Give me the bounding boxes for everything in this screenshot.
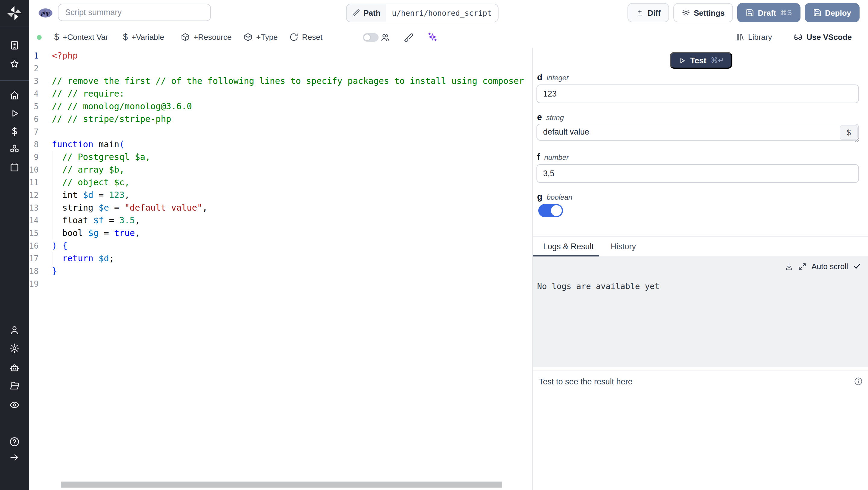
code-line[interactable]	[52, 125, 525, 138]
add-context-var-button[interactable]: $ +Context Var	[54, 27, 108, 48]
info-icon[interactable]	[854, 377, 863, 386]
library-button[interactable]: Library	[735, 27, 772, 48]
package-icon	[181, 33, 190, 41]
code-line[interactable]: // // require:	[52, 87, 525, 100]
code-line[interactable]: bool $g = true,	[52, 227, 525, 239]
line-number: 12	[29, 189, 38, 202]
arg-f-input[interactable]	[536, 164, 859, 183]
editor-toolbar: $ +Context Var $ +Variable +Resource +Ty…	[29, 27, 868, 48]
line-number: 15	[29, 227, 38, 239]
code-lines[interactable]: <?php// remove the first // of the follo…	[52, 50, 525, 290]
code-line[interactable]: // // stripe/stripe-php	[52, 113, 525, 125]
test-label: Test	[690, 56, 707, 65]
draft-button[interactable]: Draft ⌘S	[738, 3, 801, 22]
path-field[interactable]: Path u/henri/honored_script	[346, 4, 498, 22]
diff-button[interactable]: Diff	[628, 3, 669, 22]
use-vscode-label: Use VScode	[807, 33, 852, 41]
workspace-building-icon[interactable]	[9, 40, 20, 51]
line-number: 9	[29, 151, 38, 164]
auto-scroll-label: Auto scroll	[812, 262, 848, 271]
test-button[interactable]: Test ⌘↵	[670, 52, 733, 69]
arg-d-label: d integer	[537, 73, 569, 82]
deploy-label: Deploy	[825, 8, 851, 17]
logs-actions: Auto scroll	[785, 262, 861, 271]
toggle-knob	[551, 205, 562, 216]
code-line[interactable]: ) {	[52, 239, 525, 252]
sidebar-divider	[0, 80, 29, 81]
help-icon[interactable]	[9, 436, 20, 447]
add-variable-button[interactable]: $ +Variable	[123, 27, 164, 48]
arg-d-input[interactable]	[536, 85, 859, 103]
code-line[interactable]: function main(	[52, 138, 525, 151]
library-icon	[735, 33, 744, 41]
runs-play-icon[interactable]	[9, 108, 20, 119]
variables-dollar-icon[interactable]	[9, 126, 20, 137]
code-line[interactable]: // Postgresql $a,	[52, 151, 525, 164]
logs-empty-message: No logs are available yet	[537, 281, 659, 291]
vscode-icon	[793, 32, 803, 42]
code-line[interactable]: int $d = 123,	[52, 189, 525, 202]
line-number: 10	[29, 164, 38, 176]
format-brush-icon[interactable]	[404, 27, 413, 48]
code-line[interactable]: // array $b,	[52, 164, 525, 176]
code-line[interactable]: string $e = "default value",	[52, 202, 525, 214]
code-line[interactable]: // object $c,	[52, 176, 525, 189]
add-type-button[interactable]: +Type	[244, 27, 278, 48]
script-editor-page: php Path u/henri/honored_script Diff	[0, 0, 868, 490]
tab-history[interactable]: History	[611, 236, 636, 256]
topbar: php Path u/henri/honored_script Diff	[29, 0, 868, 27]
arg-g-label: g boolean	[537, 192, 572, 202]
add-variable-label: +Variable	[131, 33, 164, 41]
ai-sparkles-icon[interactable]	[427, 27, 438, 48]
horizontal-scrollbar[interactable]	[61, 482, 502, 488]
arg-e-textarea[interactable]: default value	[536, 124, 859, 141]
topbar-actions: Diff Settings Draft ⌘S Deploy	[628, 3, 860, 22]
summary-input[interactable]	[58, 4, 211, 21]
settings-button[interactable]: Settings	[673, 3, 733, 22]
resize-handle-icon[interactable]	[854, 137, 860, 142]
arg-f-label: f number	[537, 152, 569, 162]
add-resource-button[interactable]: +Resource	[181, 27, 231, 48]
gear-icon	[682, 8, 690, 17]
windmill-logo-icon[interactable]	[5, 4, 24, 22]
collapse-arrow-right-icon[interactable]	[9, 452, 20, 463]
schedules-calendar-icon[interactable]	[9, 162, 20, 173]
check-icon[interactable]	[853, 262, 861, 270]
refresh-icon	[289, 33, 299, 41]
arg-e-field: default value $	[536, 124, 859, 141]
line-number: 2	[29, 62, 38, 75]
code-editor[interactable]: 12345678910111213141516171819 <?php// re…	[29, 48, 532, 490]
result-placeholder: Test to see the result here	[539, 377, 632, 386]
line-number: 3	[29, 75, 38, 87]
code-line[interactable]	[52, 278, 525, 290]
use-vscode-button[interactable]: Use VScode	[793, 27, 852, 48]
user-icon[interactable]	[9, 325, 20, 336]
code-line[interactable]: // // monolog/monolog@3.6.0	[52, 100, 525, 113]
favorites-star-icon[interactable]	[9, 59, 20, 69]
code-line[interactable]: float $f = 3.5,	[52, 214, 525, 227]
dollar-icon: $	[123, 33, 128, 41]
workers-robot-icon[interactable]	[9, 363, 20, 374]
diff-mode-toggle[interactable]	[363, 33, 378, 41]
download-icon[interactable]	[785, 262, 794, 271]
expand-icon[interactable]	[798, 262, 807, 271]
resources-boxes-icon[interactable]	[9, 144, 20, 154]
code-line[interactable]	[52, 62, 525, 75]
arg-g-toggle[interactable]	[538, 204, 563, 217]
test-shortcut: ⌘↵	[711, 56, 724, 64]
code-line[interactable]: <?php	[52, 50, 525, 62]
deploy-button[interactable]: Deploy	[804, 3, 860, 22]
multiplayer-users-icon[interactable]	[380, 27, 390, 48]
tab-logs-result[interactable]: Logs & Result	[543, 236, 594, 256]
audit-eye-icon[interactable]	[9, 400, 20, 410]
reset-button[interactable]: Reset	[289, 27, 322, 48]
code-line[interactable]: return $d;	[52, 252, 525, 265]
home-icon[interactable]	[9, 90, 20, 101]
language-badge: php	[38, 8, 53, 18]
settings-gear-icon[interactable]	[9, 343, 20, 354]
line-number: 17	[29, 252, 38, 265]
code-line[interactable]: }	[52, 265, 525, 278]
code-line[interactable]: // remove the first // of the following …	[52, 75, 525, 87]
folders-icon[interactable]	[9, 380, 20, 391]
status-dot	[37, 35, 41, 39]
